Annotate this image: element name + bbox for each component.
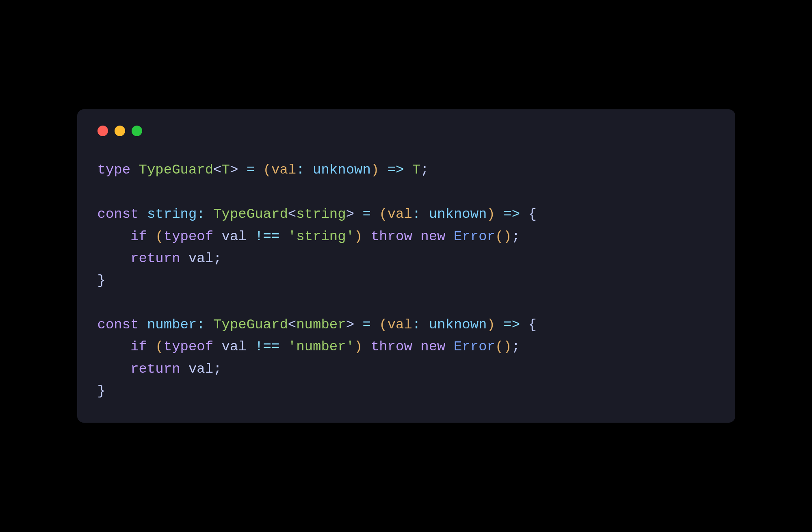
code-token: =>	[495, 317, 528, 332]
code-token: {	[528, 317, 537, 332]
code-token: :	[412, 317, 420, 332]
code-token: string	[147, 206, 197, 222]
code-token: if	[130, 229, 155, 244]
code-line: if (typeof val !== 'string') throw new E…	[97, 226, 715, 248]
code-token	[205, 206, 213, 222]
code-token: throw	[371, 229, 420, 244]
code-token: (	[495, 229, 503, 244]
code-line: return val;	[97, 358, 715, 380]
code-line: const number: TypeGuard<number> = (val: …	[97, 314, 715, 336]
code-token	[420, 317, 429, 332]
code-token: :	[296, 162, 304, 178]
code-token: TypeGuard	[213, 317, 288, 332]
code-token: :	[197, 206, 205, 222]
code-token: val	[222, 339, 247, 354]
maximize-icon[interactable]	[132, 126, 142, 136]
code-token	[420, 206, 429, 222]
code-token: val	[222, 229, 247, 244]
code-token: =	[354, 317, 379, 332]
code-token: val	[388, 206, 412, 222]
code-token: new	[420, 229, 454, 244]
code-token: <	[288, 206, 296, 222]
code-token: !==	[247, 229, 288, 244]
code-token: val	[188, 251, 213, 266]
code-line: }	[97, 380, 715, 402]
code-token: }	[97, 273, 106, 288]
code-token: (	[379, 317, 387, 332]
code-token	[362, 339, 370, 354]
code-token: )	[354, 339, 362, 354]
code-token: )	[503, 229, 511, 244]
minimize-icon[interactable]	[115, 126, 125, 136]
code-line: }	[97, 269, 715, 291]
code-token: =	[238, 162, 263, 178]
code-token	[205, 317, 213, 332]
code-token: val	[388, 317, 412, 332]
code-token	[97, 229, 131, 244]
code-token: )	[503, 339, 511, 354]
code-token: T	[222, 162, 230, 178]
code-token: return	[130, 251, 188, 266]
code-token: return	[130, 361, 188, 377]
code-token	[97, 361, 131, 377]
code-token: unknown	[313, 162, 371, 178]
code-token: number	[147, 317, 197, 332]
code-token: (	[155, 229, 163, 244]
code-token: )	[371, 162, 379, 178]
code-token: ;	[213, 361, 221, 377]
code-token: number	[296, 317, 346, 332]
code-token: :	[412, 206, 420, 222]
code-token: const	[97, 206, 147, 222]
code-token: {	[528, 206, 537, 222]
code-content: type TypeGuard<T> = (val: unknown) => T;…	[97, 159, 715, 402]
code-token: (	[263, 162, 271, 178]
code-token: throw	[371, 339, 420, 354]
code-token: (	[155, 339, 163, 354]
code-token: =	[354, 206, 379, 222]
code-token: )	[487, 317, 495, 332]
code-token: Error	[454, 229, 495, 244]
code-window: type TypeGuard<T> = (val: unknown) => T;…	[77, 109, 735, 422]
code-token: !==	[247, 339, 288, 354]
code-line	[97, 181, 715, 203]
code-token: TypeGuard	[139, 162, 214, 178]
code-token: (	[495, 339, 503, 354]
code-token: const	[97, 317, 147, 332]
code-token: <	[213, 162, 221, 178]
code-token: TypeGuard	[213, 206, 288, 222]
code-line: return val;	[97, 248, 715, 269]
code-token: unknown	[429, 206, 487, 222]
code-token: typeof	[164, 229, 222, 244]
code-token: )	[487, 206, 495, 222]
code-token: new	[420, 339, 454, 354]
code-token: if	[130, 339, 155, 354]
code-token: =>	[495, 206, 528, 222]
code-token: (	[379, 206, 387, 222]
code-token: string	[296, 206, 346, 222]
code-line: type TypeGuard<T> = (val: unknown) => T;	[97, 159, 715, 181]
code-token: ;	[512, 339, 520, 354]
code-token: 'string'	[288, 229, 354, 244]
close-icon[interactable]	[97, 126, 108, 136]
window-controls	[97, 126, 715, 136]
code-line: const string: TypeGuard<string> = (val: …	[97, 203, 715, 225]
code-token: Error	[454, 339, 495, 354]
code-token: ;	[213, 251, 221, 266]
code-token: =>	[379, 162, 412, 178]
code-token: typeof	[164, 339, 222, 354]
code-token: ;	[512, 229, 520, 244]
code-token: >	[230, 162, 238, 178]
code-token: )	[354, 229, 362, 244]
code-token: >	[346, 317, 354, 332]
code-token: }	[97, 383, 106, 399]
code-token: val	[271, 162, 296, 178]
code-token: unknown	[429, 317, 487, 332]
code-token: :	[197, 317, 205, 332]
code-token: val	[188, 361, 213, 377]
code-token	[97, 251, 131, 266]
code-token: type	[97, 162, 139, 178]
code-token: <	[288, 317, 296, 332]
code-token: >	[346, 206, 354, 222]
code-line	[97, 292, 715, 314]
code-token	[362, 229, 370, 244]
